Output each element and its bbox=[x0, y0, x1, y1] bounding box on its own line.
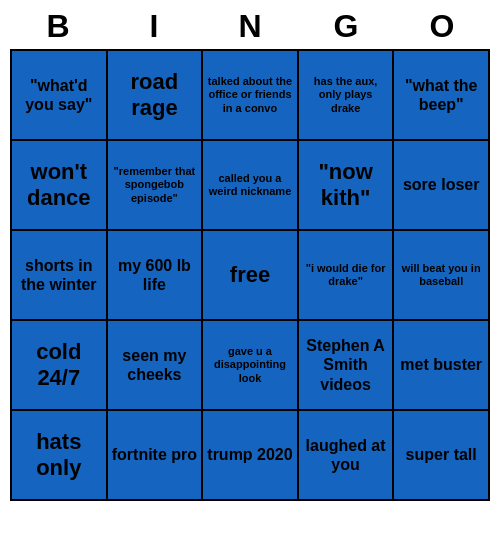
header-letter-I: I bbox=[110, 8, 198, 45]
cell-r4c3: laughed at you bbox=[299, 411, 393, 499]
cell-r0c0: "what'd you say" bbox=[12, 51, 106, 139]
cell-r1c4: sore loser bbox=[394, 141, 488, 229]
header-letter-G: G bbox=[302, 8, 390, 45]
cell-r4c2: trump 2020 bbox=[203, 411, 297, 499]
cell-r4c4: super tall bbox=[394, 411, 488, 499]
cell-r0c4: "what the beep" bbox=[394, 51, 488, 139]
cell-r4c1: fortnite pro bbox=[108, 411, 202, 499]
bingo-header: BINGO bbox=[10, 8, 490, 45]
cell-r3c2: gave u a disappointing look bbox=[203, 321, 297, 409]
cell-r3c0: cold 24/7 bbox=[12, 321, 106, 409]
cell-r2c1: my 600 lb life bbox=[108, 231, 202, 319]
cell-r3c3: Stephen A Smith videos bbox=[299, 321, 393, 409]
header-letter-B: B bbox=[14, 8, 102, 45]
cell-r2c2: free bbox=[203, 231, 297, 319]
header-letter-N: N bbox=[206, 8, 294, 45]
cell-r1c0: won't dance bbox=[12, 141, 106, 229]
cell-r2c0: shorts in the winter bbox=[12, 231, 106, 319]
cell-r4c0: hats only bbox=[12, 411, 106, 499]
cell-r2c4: will beat you in baseball bbox=[394, 231, 488, 319]
cell-r0c1: road rage bbox=[108, 51, 202, 139]
cell-r3c4: met buster bbox=[394, 321, 488, 409]
cell-r1c3: "now kith" bbox=[299, 141, 393, 229]
cell-r1c2: called you a weird nickname bbox=[203, 141, 297, 229]
cell-r0c2: talked about the office or friends in a … bbox=[203, 51, 297, 139]
cell-r3c1: seen my cheeks bbox=[108, 321, 202, 409]
bingo-grid: "what'd you say"road ragetalked about th… bbox=[10, 49, 490, 501]
cell-r1c1: "remember that spongebob episode" bbox=[108, 141, 202, 229]
header-letter-O: O bbox=[398, 8, 486, 45]
cell-r0c3: has the aux, only plays drake bbox=[299, 51, 393, 139]
bingo-container: BINGO "what'd you say"road ragetalked ab… bbox=[10, 8, 490, 501]
cell-r2c3: "i would die for drake" bbox=[299, 231, 393, 319]
